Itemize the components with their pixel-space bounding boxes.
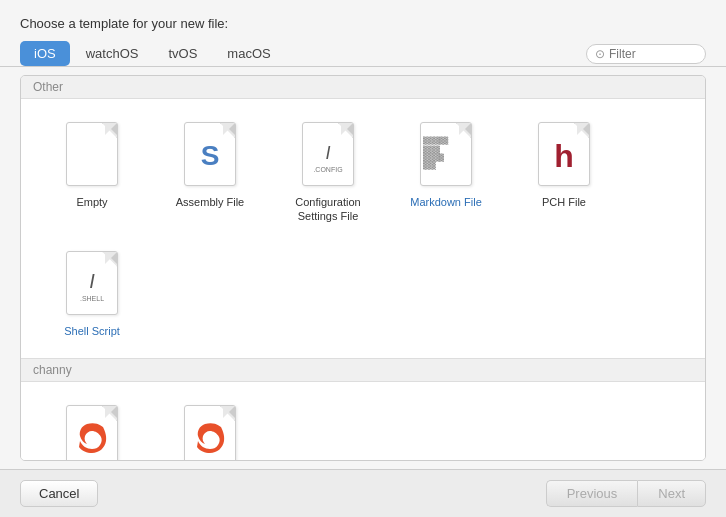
template-label-shell: Shell Script bbox=[64, 324, 120, 338]
assembly-letter: S bbox=[201, 142, 220, 170]
dialog: Choose a template for your new file: iOS… bbox=[0, 0, 726, 517]
filter-icon: ⊙ bbox=[595, 47, 605, 61]
section-header-channy: channy bbox=[21, 359, 705, 382]
template-label-config: Configuration Settings File bbox=[279, 195, 377, 224]
filter-box: ⊙ bbox=[586, 44, 706, 64]
tab-bar: iOS watchOS tvOS macOS ⊙ bbox=[0, 41, 726, 67]
file-icon-empty bbox=[66, 122, 118, 186]
file-icon-tableviewcontroller bbox=[66, 405, 118, 461]
template-icon-config: I .CONFIG bbox=[298, 119, 358, 189]
template-label-pch: PCH File bbox=[542, 195, 586, 209]
template-icon-assembly: S bbox=[180, 119, 240, 189]
section-header-other: Other bbox=[21, 76, 705, 99]
template-label-markdown: Markdown File bbox=[410, 195, 482, 209]
shell-letter: I bbox=[89, 270, 95, 293]
config-letter: I bbox=[325, 143, 330, 164]
template-grid-channy: TableViewController ViewControl bbox=[21, 382, 705, 461]
template-icon-pch: h bbox=[534, 119, 594, 189]
template-item-markdown[interactable]: ▒▒▒▒▒▒ ▒▒▒▒ ▒▒▒▒▒ ▒▒▒ Markdown File bbox=[391, 111, 501, 232]
file-icon-viewcontroller bbox=[184, 405, 236, 461]
tab-macos[interactable]: macOS bbox=[213, 41, 284, 66]
filter-input[interactable] bbox=[609, 47, 689, 61]
template-icon-empty bbox=[62, 119, 122, 189]
template-item-config[interactable]: I .CONFIG Configuration Settings File bbox=[273, 111, 383, 232]
template-label-assembly: Assembly File bbox=[176, 195, 244, 209]
config-ext: .CONFIG bbox=[313, 166, 342, 173]
template-item-viewcontroller[interactable]: ViewController bbox=[155, 394, 265, 461]
tab-watchos[interactable]: watchOS bbox=[72, 41, 153, 66]
template-icon-tableviewcontroller bbox=[62, 402, 122, 461]
previous-button[interactable]: Previous bbox=[546, 480, 638, 507]
template-item-tableviewcontroller[interactable]: TableViewController bbox=[37, 394, 147, 461]
file-icon-assembly: S bbox=[184, 122, 236, 186]
markdown-content: ▒▒▒▒▒▒ ▒▒▒▒ ▒▒▒▒▒ ▒▒▒ bbox=[421, 135, 471, 173]
tab-ios[interactable]: iOS bbox=[20, 41, 70, 66]
file-icon-shell: I .SHELL bbox=[66, 251, 118, 315]
shell-ext: .SHELL bbox=[80, 295, 104, 302]
swift-icon-tvc bbox=[77, 419, 107, 460]
nav-buttons: Previous Next bbox=[546, 480, 706, 507]
cancel-button[interactable]: Cancel bbox=[20, 480, 98, 507]
swift-icon-vc bbox=[195, 419, 225, 460]
template-item-assembly[interactable]: S Assembly File bbox=[155, 111, 265, 232]
content-area: Other Empty S bbox=[20, 75, 706, 461]
file-icon-markdown: ▒▒▒▒▒▒ ▒▒▒▒ ▒▒▒▒▒ ▒▒▒ bbox=[420, 122, 472, 186]
file-icon-pch: h bbox=[538, 122, 590, 186]
template-label-empty: Empty bbox=[76, 195, 107, 209]
file-icon-config: I .CONFIG bbox=[302, 122, 354, 186]
next-button[interactable]: Next bbox=[637, 480, 706, 507]
template-grid-other: Empty S Assembly File bbox=[21, 99, 705, 358]
template-icon-markdown: ▒▒▒▒▒▒ ▒▒▒▒ ▒▒▒▒▒ ▒▒▒ bbox=[416, 119, 476, 189]
footer: Cancel Previous Next bbox=[0, 469, 726, 517]
template-item-empty[interactable]: Empty bbox=[37, 111, 147, 232]
pch-letter: h bbox=[554, 140, 574, 172]
template-icon-shell: I .SHELL bbox=[62, 248, 122, 318]
template-item-shell[interactable]: I .SHELL Shell Script bbox=[37, 240, 147, 346]
template-icon-viewcontroller bbox=[180, 402, 240, 461]
tab-tvos[interactable]: tvOS bbox=[154, 41, 211, 66]
template-item-pch[interactable]: h PCH File bbox=[509, 111, 619, 232]
dialog-title: Choose a template for your new file: bbox=[0, 0, 726, 41]
